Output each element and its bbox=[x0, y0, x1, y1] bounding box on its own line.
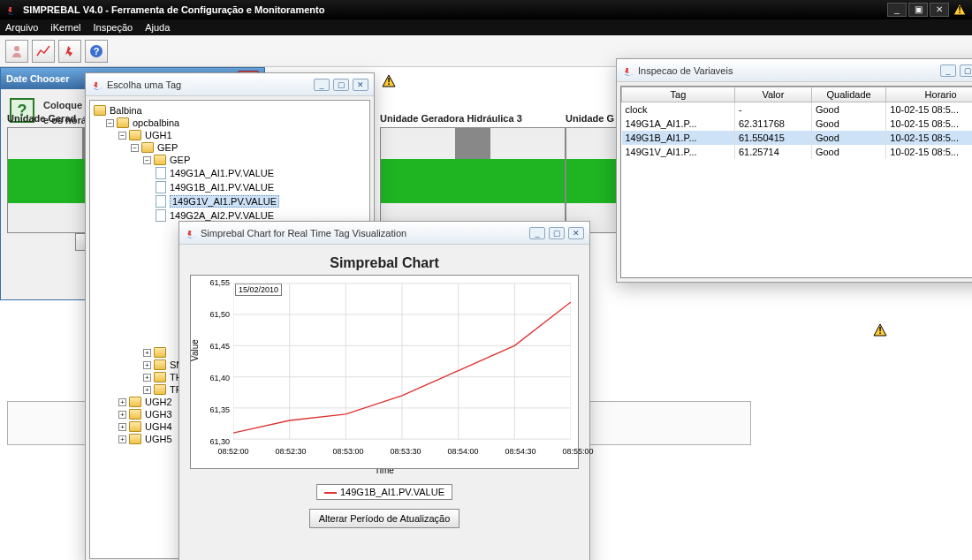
folder-icon bbox=[129, 409, 141, 420]
chart-ytick: 61,35 bbox=[205, 405, 230, 414]
collapse-icon[interactable]: − bbox=[143, 156, 151, 164]
menu-inspecao[interactable]: Inspeção bbox=[94, 22, 133, 33]
tree-label: UGH4 bbox=[145, 421, 172, 432]
window-title: Simprebal Chart for Real Time Tag Visual… bbox=[201, 228, 529, 238]
java-cup-icon bbox=[91, 79, 103, 91]
unidade-label: Unidade Geradora Hidráulica 3 bbox=[380, 113, 566, 124]
chart-ytick: 61,30 bbox=[205, 437, 230, 446]
maximize-button[interactable]: ▣ bbox=[908, 3, 928, 17]
tree-label: 149G1V_AI1.PV.VALUE bbox=[170, 195, 279, 208]
chart-ytick: 61,50 bbox=[205, 310, 230, 319]
help-tool-button[interactable]: ? bbox=[85, 40, 108, 63]
expand-icon[interactable]: + bbox=[143, 349, 151, 357]
expand-icon[interactable]: + bbox=[143, 374, 151, 382]
maximize-button[interactable]: ▢ bbox=[333, 79, 349, 91]
expand-icon[interactable]: + bbox=[143, 361, 151, 369]
inspection-table[interactable]: Tag Valor Qualidade Horario clock-Good10… bbox=[621, 87, 972, 159]
collapse-icon[interactable]: − bbox=[131, 144, 139, 152]
runner-tool-button[interactable] bbox=[58, 40, 81, 63]
tree-node[interactable]: −opcbalbina bbox=[106, 117, 366, 129]
content-area: Unidade Gerad Unidade Geradora Hidráulic… bbox=[0, 67, 972, 560]
col-qualidade[interactable]: Qualidade bbox=[811, 87, 885, 102]
inspection-table-wrap: Tag Valor Qualidade Horario clock-Good10… bbox=[620, 86, 972, 278]
chart-tool-button[interactable] bbox=[32, 40, 55, 63]
warning-icon: ! bbox=[873, 323, 887, 337]
window-titlebar[interactable]: Simprebal Chart for Real Time Tag Visual… bbox=[179, 222, 589, 245]
tree-leaf[interactable]: 149G1B_AI1.PV.VALUE bbox=[156, 180, 366, 194]
minimize-button[interactable]: _ bbox=[887, 3, 907, 17]
unidade-status-panel bbox=[566, 401, 751, 445]
tree-node[interactable]: −UGH1 bbox=[118, 129, 366, 141]
file-icon bbox=[156, 181, 166, 193]
user-tool-button[interactable] bbox=[5, 40, 28, 63]
col-tag[interactable]: Tag bbox=[622, 87, 735, 102]
folder-icon bbox=[154, 347, 166, 358]
expand-icon[interactable]: + bbox=[118, 435, 126, 443]
window-titlebar[interactable]: Escolha uma Tag _ ▢ ✕ bbox=[86, 73, 374, 96]
table-row[interactable]: clock-Good10-02-15 08:5... bbox=[622, 102, 973, 117]
java-cup-icon bbox=[185, 227, 197, 239]
chart-body: Simprebal Chart Value 15/02/2010 61,3061… bbox=[179, 245, 589, 534]
expand-icon[interactable]: + bbox=[143, 386, 151, 394]
chart-xtick: 08:54:30 bbox=[505, 447, 535, 456]
menu-ajuda[interactable]: Ajuda bbox=[145, 22, 170, 33]
minimize-button[interactable]: _ bbox=[529, 227, 545, 239]
legend-label: 149G1B_AI1.PV.VALUE bbox=[340, 487, 444, 497]
java-cup-icon bbox=[622, 64, 634, 77]
tree-label: GEP bbox=[170, 155, 190, 165]
file-icon bbox=[156, 209, 166, 222]
folder-icon bbox=[154, 372, 166, 382]
tree-leaf[interactable]: 149G1A_AI1.PV.VALUE bbox=[156, 166, 366, 180]
chart-ytick: 61,45 bbox=[205, 342, 230, 351]
table-row[interactable]: 149G1B_AI1.P...61.550415Good10-02-15 08:… bbox=[622, 131, 973, 145]
chart-xtick: 08:52:00 bbox=[217, 447, 248, 456]
tree-label: GEP bbox=[157, 142, 178, 153]
folder-icon bbox=[154, 359, 166, 370]
chart-xtick: 08:55:00 bbox=[562, 447, 593, 456]
maximize-button[interactable]: ▢ bbox=[549, 227, 565, 239]
minimize-button[interactable]: _ bbox=[940, 64, 956, 77]
col-horario[interactable]: Horario bbox=[886, 87, 972, 102]
minimize-button[interactable]: _ bbox=[314, 79, 330, 91]
tree-node[interactable]: −GEP bbox=[143, 154, 366, 166]
table-cell: Good bbox=[811, 102, 885, 117]
chart-plot[interactable]: Value 15/02/2010 61,3061,3561,4061,4561,… bbox=[190, 275, 579, 469]
collapse-icon[interactable]: − bbox=[118, 132, 126, 140]
maximize-button[interactable]: ▢ bbox=[960, 64, 972, 77]
tree-label: opcbalbina bbox=[133, 117, 179, 128]
expand-icon[interactable]: + bbox=[118, 423, 126, 431]
chart-xtick: 08:53:00 bbox=[332, 447, 363, 456]
window-titlebar[interactable]: Inspecao de Variaveis _ ▢ ✕ bbox=[617, 59, 972, 82]
tree-node[interactable]: −GEP bbox=[131, 141, 366, 154]
expand-icon[interactable]: + bbox=[118, 398, 126, 406]
folder-icon bbox=[94, 105, 106, 116]
variable-inspection-window[interactable]: Inspecao de Variaveis _ ▢ ✕ Tag Valor Qu… bbox=[616, 58, 972, 283]
table-row[interactable]: 149G1A_AI1.P...62.311768Good10-02-15 08:… bbox=[622, 117, 973, 131]
close-button[interactable]: ✕ bbox=[930, 3, 949, 17]
tree-label: UGH3 bbox=[145, 409, 172, 420]
tree-node-root[interactable]: Balbina bbox=[94, 104, 366, 117]
expand-icon[interactable]: + bbox=[118, 411, 126, 419]
collapse-icon[interactable]: − bbox=[106, 119, 114, 127]
svg-text:!: ! bbox=[958, 4, 961, 15]
unidade-graphic bbox=[380, 127, 566, 233]
tree-label: UGH5 bbox=[145, 434, 172, 444]
update-period-button[interactable]: Alterar Período de Atualização bbox=[309, 509, 460, 528]
java-cup-icon bbox=[5, 4, 18, 16]
close-button[interactable]: ✕ bbox=[568, 227, 584, 239]
chart-xtick: 08:52:30 bbox=[275, 447, 306, 456]
svg-text:?: ? bbox=[94, 46, 100, 57]
chart-window[interactable]: Simprebal Chart for Real Time Tag Visual… bbox=[178, 221, 590, 560]
table-cell: 61.550415 bbox=[734, 131, 811, 145]
tree-leaf-selected[interactable]: 149G1V_AI1.PV.VALUE bbox=[156, 194, 366, 208]
chart-line-svg bbox=[233, 283, 571, 440]
tree-label: 149G1A_AI1.PV.VALUE bbox=[170, 168, 274, 178]
table-row[interactable]: 149G1V_AI1.P...61.25714Good10-02-15 08:5… bbox=[622, 145, 973, 159]
menu-ikernel[interactable]: iKernel bbox=[50, 22, 80, 33]
close-button[interactable]: ✕ bbox=[353, 79, 368, 91]
col-valor[interactable]: Valor bbox=[734, 87, 811, 102]
menu-arquivo[interactable]: Arquivo bbox=[5, 22, 38, 33]
chart-title: Simprebal Chart bbox=[185, 255, 584, 271]
table-cell: - bbox=[734, 102, 811, 117]
folder-icon bbox=[154, 384, 166, 395]
